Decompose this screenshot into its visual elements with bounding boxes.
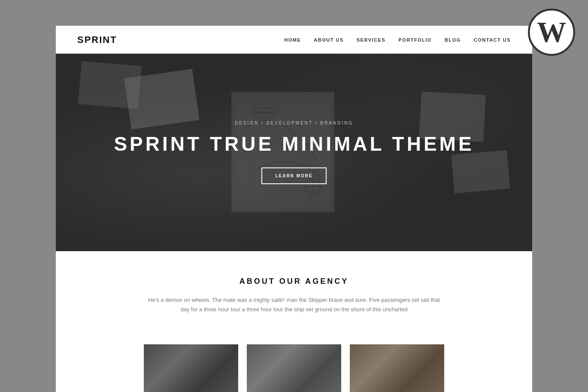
hero-title: SPRINT TRUE MINIMAL THEME — [114, 133, 474, 155]
hero-cta-button[interactable]: LEARN MORE — [261, 167, 326, 184]
nav-item-about[interactable]: ABOUT US — [314, 37, 343, 43]
page-wrapper: SPRINT HOME ABOUT US SERVICES PORTFOLIO … — [56, 26, 532, 392]
site-header: SPRINT HOME ABOUT US SERVICES PORTFOLIO … — [56, 26, 532, 54]
wordpress-logo: W — [528, 9, 575, 56]
image-crowd — [247, 344, 341, 392]
nav-item-services[interactable]: SERVICES — [357, 37, 385, 43]
image-card-0[interactable] — [144, 344, 238, 392]
hero-section: N The Village of Embercrest DESIGN / DEV… — [56, 54, 532, 251]
about-title: ABOUT OUR AGENCY — [77, 277, 511, 286]
site-logo[interactable]: SPRINT — [77, 34, 117, 46]
nav-item-contact[interactable]: CONTACT US — [474, 37, 511, 43]
about-text: He's a demon on wheels. The mate was a m… — [148, 295, 440, 314]
about-section: ABOUT OUR AGENCY He's a demon on wheels.… — [56, 251, 532, 331]
image-texture — [350, 344, 444, 392]
site-nav: HOME ABOUT US SERVICES PORTFOLIO BLOG CO… — [284, 37, 511, 43]
hero-subtitle: DESIGN / DEVELOPMENT / BRANDING — [235, 121, 353, 125]
svg-text:W: W — [537, 15, 566, 48]
image-people — [144, 344, 238, 392]
image-grid — [56, 331, 532, 392]
nav-item-portfolio[interactable]: PORTFOLIO — [398, 37, 432, 43]
nav-item-home[interactable]: HOME — [284, 37, 301, 43]
image-card-1[interactable] — [247, 344, 341, 392]
image-card-2[interactable] — [350, 344, 444, 392]
hero-content: DESIGN / DEVELOPMENT / BRANDING SPRINT T… — [56, 54, 532, 251]
nav-item-blog[interactable]: BLOG — [445, 37, 461, 43]
